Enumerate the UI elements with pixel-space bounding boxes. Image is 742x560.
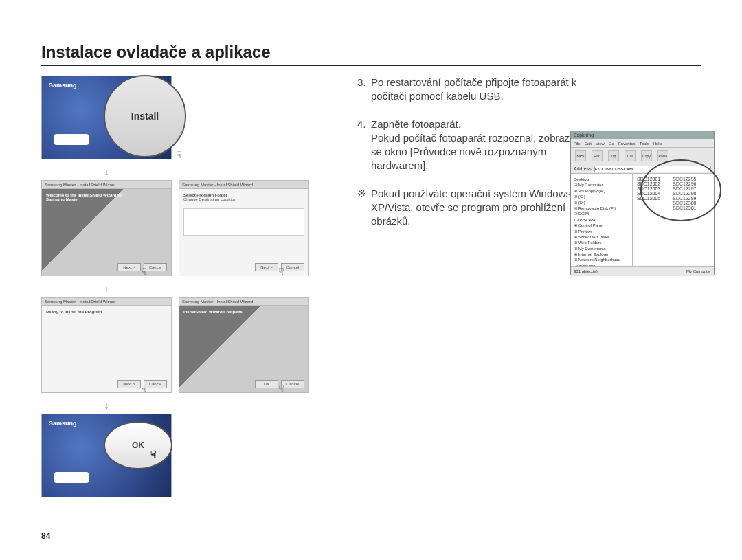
status-right: My Computer xyxy=(686,269,711,273)
file-item: SDC12301 xyxy=(673,205,696,210)
file-item: SDC12300 xyxy=(673,201,696,205)
next-button: Next > xyxy=(117,380,141,388)
tree-item: ⊞ 3½ Floppy (A:) xyxy=(574,188,629,194)
tree-item: Desktop xyxy=(574,177,629,182)
wizard-folder-screen: Samsung Master - InstallShield Wizard Se… xyxy=(179,180,309,276)
menu-view: View xyxy=(596,142,605,146)
install-screen-1: Samsung Install ☟ xyxy=(41,76,172,159)
file-item: SDC12003 xyxy=(637,186,660,191)
tree-item: 100SSCAM xyxy=(574,217,629,223)
wizard-complete-heading: InstallShield Wizard Complete xyxy=(183,310,304,314)
tree-item: ⊞ Control Panel xyxy=(574,223,629,228)
tree-item: ⊟ DCIM xyxy=(574,211,629,216)
cut-icon: Cut xyxy=(625,150,636,161)
menu-file: File xyxy=(574,142,581,146)
forward-icon: Fwd xyxy=(592,150,603,161)
file-item: SDC12005 xyxy=(637,196,660,201)
arrow-down-icon: ↓ xyxy=(41,279,172,297)
file-item: SDC12001 xyxy=(637,177,660,181)
file-item: SDC12295 xyxy=(673,177,696,181)
file-item: SDC12002 xyxy=(637,181,660,186)
wizard-titlebar: Samsung Master - InstallShield Wizard xyxy=(179,181,308,189)
install-screen-ok: Samsung OK ☟ xyxy=(41,414,172,497)
arrow-down-icon: ↓ xyxy=(41,396,172,414)
tree-item: ⊞ Printers xyxy=(574,229,629,234)
status-left: 301 object(s) xyxy=(574,269,598,273)
ok-bubble: OK ☟ xyxy=(104,421,172,469)
wizard-complete-screen: Samsung Master - InstallShield Wizard In… xyxy=(179,297,309,393)
install-bubble-label: Install xyxy=(131,111,159,122)
wizard-welcome-line2: Samsung Master xyxy=(46,197,167,201)
install-bubble: Install xyxy=(104,75,186,157)
tree-item: ⊟ Removable Disk (F:) xyxy=(574,205,629,211)
file-item: SDC12298 xyxy=(673,191,696,196)
file-item: SDC12004 xyxy=(637,191,660,196)
tree-item: ⊞ (D:) xyxy=(574,200,629,205)
cursor-icon: ☟ xyxy=(150,449,160,460)
explorer-titlebar: Exploring xyxy=(571,131,714,139)
next-button: Next > xyxy=(117,263,141,271)
copy-icon: Copy xyxy=(641,150,652,161)
next-button: Next > xyxy=(255,263,278,271)
menu-edit: Edit xyxy=(585,142,592,146)
page-title: Instalace ovladače a aplikace xyxy=(41,43,271,62)
tree-item: ⊞ Web Folders xyxy=(574,240,629,245)
note-symbol: ※ xyxy=(357,187,371,229)
tree-item: Recycle Bin xyxy=(574,263,629,266)
explorer-toolbar: Back Fwd Up Cut Copy Paste xyxy=(571,148,714,164)
explorer-tree: Desktop ⊟ My Computer ⊞ 3½ Floppy (A:) ⊞… xyxy=(571,174,633,266)
note-text: Pokud používáte operační systém Windows … xyxy=(371,187,577,229)
step-3-number: 3. xyxy=(357,76,371,104)
menu-go: Go xyxy=(609,142,614,146)
step-3: 3. Po restartování počítače připojte fot… xyxy=(357,76,577,104)
wizard-titlebar: Samsung Master - InstallShield Wizard xyxy=(179,298,308,306)
explorer-file-list: SDC12001 SDC12002 SDC12003 SDC12004 SDC1… xyxy=(633,174,714,266)
file-item: SDC12299 xyxy=(673,196,696,201)
tree-item: ⊟ My Computer xyxy=(574,182,629,188)
page-number: 84 xyxy=(41,531,50,541)
wizard-ready-heading: Ready to Install the Program xyxy=(46,310,167,314)
tree-item: ⊞ Scheduled Tasks xyxy=(574,234,629,240)
ok-button-small xyxy=(54,472,89,483)
paste-icon: Paste xyxy=(657,150,668,161)
explorer-statusbar: 301 object(s) My Computer xyxy=(571,266,714,276)
cursor-icon: ☟ xyxy=(141,266,150,277)
step-4-heading: Zapněte fotoaparát. xyxy=(371,117,577,131)
step-4: 4. Zapněte fotoaparát. Pokud počítač fot… xyxy=(357,117,577,173)
cursor-icon: ☟ xyxy=(176,149,186,160)
ok-button: OK xyxy=(255,380,278,388)
wizard-ready-screen: Samsung Master - InstallShield Wizard Re… xyxy=(41,297,172,393)
tree-item: ⊞ Network Neighborhood xyxy=(574,257,629,262)
step-4-body: Pokud počítač fotoaparát rozpoznal, zobr… xyxy=(371,131,577,173)
step-3-text: Po restartování počítače připojte fotoap… xyxy=(371,76,577,104)
explorer-address-bar: Address xyxy=(571,164,714,174)
cursor-icon: ☟ xyxy=(278,383,288,394)
address-label: Address xyxy=(574,166,592,171)
address-input xyxy=(594,166,711,172)
tree-item: ⊞ My Documents xyxy=(574,246,629,251)
instructions-column: 3. Po restartování počítače připojte fot… xyxy=(357,76,577,228)
brand-label: Samsung xyxy=(49,82,77,89)
wizard-welcome-screen: Samsung Master - InstallShield Wizard We… xyxy=(41,180,172,276)
arrow-down-icon: ↓ xyxy=(41,162,172,180)
tree-item: ⊞ (C:) xyxy=(574,194,629,199)
explorer-menubar: File Edit View Go Favorites Tools Help xyxy=(571,139,714,148)
menu-tools: Tools xyxy=(640,142,649,146)
wizard-titlebar: Samsung Master - InstallShield Wizard xyxy=(42,298,171,306)
install-button-small xyxy=(54,134,89,145)
back-icon: Back xyxy=(575,150,586,161)
menu-help: Help xyxy=(653,142,662,146)
up-icon: Up xyxy=(608,150,619,161)
tree-item: ⊞ Internet Explorer xyxy=(574,251,629,257)
wizard-titlebar: Samsung Master - InstallShield Wizard xyxy=(42,181,171,189)
file-item: SDC12296 xyxy=(673,181,696,186)
menu-favorites: Favorites xyxy=(618,142,636,146)
brand-label: Samsung xyxy=(49,420,77,427)
install-flow-column: Samsung Install ☟ ↓ Samsung Master - Ins… xyxy=(41,76,316,500)
note: ※ Pokud používáte operační systém Window… xyxy=(357,187,577,229)
title-rule xyxy=(41,65,701,66)
cursor-icon: ☟ xyxy=(141,383,150,394)
cursor-icon: ☟ xyxy=(278,266,288,277)
file-item: SDC12297 xyxy=(673,186,696,191)
step-4-number: 4. xyxy=(357,117,371,173)
